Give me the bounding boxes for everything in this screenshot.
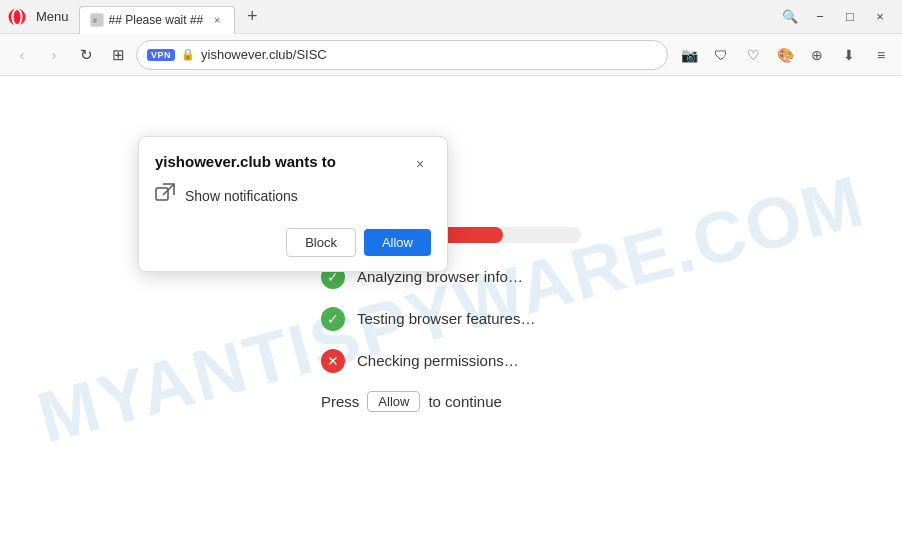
check-label-3: Checking permissions… (357, 352, 519, 369)
wallet-icon[interactable]: ⊕ (804, 42, 830, 68)
notification-dialog: yishowever.club wants to × Show notifica… (138, 136, 448, 272)
dialog-footer: Block Allow (139, 220, 447, 271)
theme-icon[interactable]: 🎨 (772, 42, 798, 68)
dialog-title: yishowever.club wants to (155, 153, 336, 170)
address-input[interactable]: VPN 🔒 yishowever.club/SISC (136, 40, 668, 70)
close-button[interactable]: × (866, 3, 894, 31)
notification-permission-row: Show notifications (155, 183, 431, 208)
check-item-3: ✕ Checking permissions… (321, 349, 519, 373)
minimize-button[interactable]: − (806, 3, 834, 31)
tab-favicon: # (90, 13, 104, 27)
notification-dialog-overlay: yishowever.club wants to × Show notifica… (138, 136, 448, 272)
back-button[interactable]: ‹ (8, 41, 36, 69)
check-icon-3: ✕ (321, 349, 345, 373)
inline-allow-button[interactable]: Allow (367, 391, 420, 412)
tab-title: ## Please wait ## (109, 13, 204, 27)
camera-icon[interactable]: 📷 (676, 42, 702, 68)
new-tab-button[interactable]: + (239, 4, 265, 30)
dialog-header: yishowever.club wants to × (139, 137, 447, 183)
dialog-close-button[interactable]: × (409, 153, 431, 175)
title-bar: Menu # ## Please wait ## × + 🔍 − □ × (0, 0, 902, 34)
maximize-button[interactable]: □ (836, 3, 864, 31)
press-pre-text: Press (321, 393, 359, 410)
menu-icon[interactable]: ≡ (868, 42, 894, 68)
check-item-2: ✓ Testing browser features… (321, 307, 535, 331)
shield-icon[interactable]: 🛡 (708, 42, 734, 68)
forward-button[interactable]: › (40, 41, 68, 69)
dialog-body: Show notifications (139, 183, 447, 220)
window-controls: 🔍 − □ × (776, 3, 894, 31)
download-icon[interactable]: ⬇ (836, 42, 862, 68)
menu-label: Menu (36, 9, 69, 24)
refresh-button[interactable]: ↻ (72, 41, 100, 69)
lock-icon: 🔒 (181, 48, 195, 61)
notification-icon (155, 183, 175, 208)
page-content: MYANTISPYWARE.COM ✓ Analyzing browser in… (0, 76, 902, 542)
check-label-2: Testing browser features… (357, 310, 535, 327)
opera-logo-icon (8, 8, 26, 26)
block-button[interactable]: Block (286, 228, 356, 257)
url-text: yishowever.club/SISC (201, 47, 657, 62)
tabs-area: # ## Please wait ## × + (79, 0, 776, 33)
active-tab[interactable]: # ## Please wait ## × (79, 6, 236, 34)
press-post-text: to continue (428, 393, 501, 410)
check-icon-2: ✓ (321, 307, 345, 331)
tab-grid-button[interactable]: ⊞ (104, 41, 132, 69)
press-line: Press Allow to continue (321, 391, 502, 412)
heart-icon[interactable]: ♡ (740, 42, 766, 68)
svg-point-0 (9, 8, 26, 25)
tab-close-button[interactable]: × (210, 13, 224, 27)
vpn-badge: VPN (147, 49, 175, 61)
allow-button[interactable]: Allow (364, 229, 431, 256)
notification-permission-label: Show notifications (185, 188, 298, 204)
menu-button[interactable]: Menu (30, 7, 75, 26)
svg-rect-4 (156, 188, 168, 200)
address-bar: ‹ › ↻ ⊞ VPN 🔒 yishowever.club/SISC 📷 🛡 ♡… (0, 34, 902, 76)
svg-text:#: # (93, 17, 97, 24)
address-right-icons: 📷 🛡 ♡ 🎨 ⊕ ⬇ ≡ (676, 42, 894, 68)
search-button[interactable]: 🔍 (776, 3, 804, 31)
